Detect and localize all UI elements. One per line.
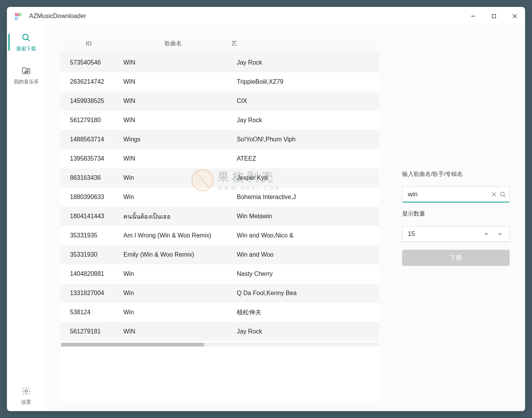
- cell-artist: Jay Rock: [230, 328, 379, 335]
- cell-artist: ATEEZ: [230, 155, 379, 162]
- close-button[interactable]: [504, 7, 525, 25]
- table-row[interactable]: 1331827004WinQ Da Fool,Kenny Bea: [61, 284, 379, 303]
- maximize-button[interactable]: [484, 7, 504, 25]
- cell-name: WIN: [116, 117, 230, 124]
- results-table: ID 歌曲名 艺 573540546WINJay Rock2636214742W…: [61, 35, 379, 402]
- cell-name: WIN: [116, 98, 230, 104]
- app-logo-icon: MDD: [15, 12, 24, 21]
- cell-id: 2636214742: [61, 78, 116, 85]
- svg-text:D: D: [18, 12, 22, 17]
- cell-artist: So!YoON!,Phum Viph: [230, 136, 379, 143]
- cell-artist: Win and Woo: [230, 251, 379, 258]
- table-row[interactable]: 561279180WINJay Rock: [61, 111, 379, 130]
- table-row[interactable]: 35331935Am I Wrong (Win & Woo Remix)Win …: [61, 226, 379, 245]
- cell-name: Win: [116, 194, 230, 201]
- column-header-artist[interactable]: 艺: [230, 35, 379, 53]
- search-box: [402, 186, 510, 202]
- main-content: ID 歌曲名 艺 573540546WINJay Rock2636214742W…: [45, 25, 525, 411]
- cell-name: Win: [116, 290, 230, 297]
- cell-artist: Jay Rock: [230, 59, 379, 66]
- table-row[interactable]: 1459938525WINCIX: [61, 91, 379, 111]
- chevron-down-icon[interactable]: [493, 227, 507, 241]
- cell-name: Wings: [116, 136, 230, 143]
- search-input[interactable]: [408, 191, 489, 198]
- cell-id: 561279181: [61, 328, 116, 335]
- cell-name: WIN: [116, 78, 230, 85]
- minimize-button[interactable]: [463, 7, 484, 25]
- gear-icon: [21, 386, 32, 396]
- svg-line-15: [504, 196, 505, 197]
- cell-name: WIN: [116, 328, 230, 335]
- table-row[interactable]: 561279181WINJay Rock: [61, 322, 379, 341]
- sidebar-item-label: 搜索下载: [16, 45, 36, 52]
- sidebar: 搜索下载 我的音乐库 设置: [7, 25, 45, 411]
- scrollbar-thumb[interactable]: [61, 343, 204, 347]
- table-row[interactable]: 1880390633WinBohemia Interactive,J: [61, 187, 379, 207]
- cell-artist: Q Da Fool,Kenny Bea: [230, 290, 379, 297]
- count-label: 显示数量: [402, 210, 510, 217]
- clear-icon[interactable]: [489, 187, 498, 201]
- cell-id: 561279180: [61, 117, 116, 124]
- search-panel: 输入歌曲名/歌手/专辑名 显示数量 15: [402, 35, 510, 402]
- count-value: 15: [408, 230, 479, 238]
- column-header-name[interactable]: 歌曲名: [116, 35, 230, 53]
- cell-id: 538124: [61, 309, 116, 316]
- cell-name: Win: [116, 270, 230, 277]
- folder-music-icon: [21, 65, 32, 76]
- search-label: 输入歌曲名/歌手/专辑名: [402, 171, 510, 178]
- cell-artist: 植松伸夫: [230, 309, 379, 317]
- cell-name: Emily (Win & Woo Remix): [116, 251, 230, 258]
- table-header: ID 歌曲名 艺: [61, 35, 379, 53]
- cell-id: 1395835734: [61, 155, 116, 162]
- cell-name: Win: [116, 174, 230, 181]
- cell-id: 1404820881: [61, 270, 116, 277]
- titlebar: MDD AZMusicDownloader: [7, 7, 525, 25]
- table-row[interactable]: 2636214742WINTrippieBoiii,XZ79: [61, 72, 379, 91]
- count-spinner[interactable]: 15: [402, 226, 510, 242]
- search-icon[interactable]: [498, 187, 507, 201]
- table-row[interactable]: 538124Win植松伸夫: [61, 303, 379, 322]
- cell-artist: Jesper Kyd: [230, 174, 379, 181]
- cell-id: 1459938525: [61, 98, 116, 104]
- table-row[interactable]: 35331930Emily (Win & Woo Remix)Win and W…: [61, 245, 379, 264]
- cell-artist: Jay Rock: [230, 117, 379, 124]
- app-window: MDD AZMusicDownloader 搜索下载: [7, 7, 525, 411]
- table-row[interactable]: 1404820881WinNasty Cherry: [61, 264, 379, 284]
- table-row[interactable]: 573540546WINJay Rock: [61, 53, 379, 72]
- cell-artist: CIX: [230, 98, 379, 104]
- cell-id: 1488563714: [61, 136, 116, 143]
- table-row[interactable]: 1488563714WingsSo!YoON!,Phum Viph: [61, 130, 379, 149]
- horizontal-scrollbar[interactable]: [61, 343, 379, 347]
- search-icon: [21, 32, 32, 43]
- cell-artist: Bohemia Interactive,J: [230, 194, 379, 201]
- cell-artist: TrippieBoiii,XZ79: [230, 78, 379, 85]
- cell-name: WIN: [116, 155, 230, 162]
- sidebar-item-my-library[interactable]: 我的音乐库: [7, 60, 45, 91]
- sidebar-item-label: 设置: [21, 399, 31, 406]
- svg-line-8: [27, 39, 30, 41]
- sidebar-item-settings[interactable]: 设置: [7, 380, 45, 411]
- cell-id: 1880390633: [61, 194, 116, 201]
- svg-point-14: [500, 192, 504, 196]
- table-row[interactable]: 1395835734WINATEEZ: [61, 149, 379, 168]
- cell-name: Am I Wrong (Win & Woo Remix): [116, 232, 230, 239]
- cell-id: 35331935: [61, 232, 116, 239]
- cell-id: 1804141443: [61, 213, 116, 220]
- cell-artist: Win and Woo,Nico &: [230, 232, 379, 239]
- download-button[interactable]: 下载: [402, 250, 510, 266]
- cell-id: 35331930: [61, 251, 116, 258]
- sidebar-item-search-download[interactable]: 搜索下载: [8, 27, 44, 58]
- sidebar-item-label: 我的音乐库: [14, 78, 39, 85]
- svg-rect-4: [492, 15, 496, 18]
- column-header-id[interactable]: ID: [61, 35, 116, 53]
- table-row[interactable]: 863163436WinJesper Kyd: [61, 168, 379, 187]
- chevron-up-icon[interactable]: [479, 227, 493, 241]
- cell-artist: Win Metawin: [230, 213, 379, 220]
- svg-point-11: [25, 390, 27, 392]
- table-row[interactable]: 1804141443คนนั้นต้องเป็นเธอWin Metawin: [61, 207, 379, 226]
- cell-artist: Nasty Cherry: [230, 270, 379, 277]
- cell-id: 1331827004: [61, 290, 116, 297]
- cell-id: 573540546: [61, 59, 116, 66]
- cell-name: คนนั้นต้องเป็นเธอ: [116, 212, 230, 221]
- svg-text:D: D: [15, 16, 18, 21]
